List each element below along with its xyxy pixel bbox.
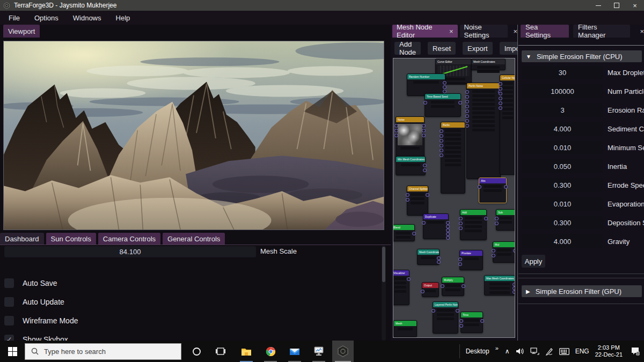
node-output-port[interactable] [443,90,447,93]
checkbox-unchecked[interactable] [4,297,14,307]
node-input-port[interactable] [459,319,463,323]
graph-node-blend[interactable]: Blend [393,224,415,241]
network-icon[interactable] [530,348,539,355]
node-input-port[interactable] [440,144,443,147]
minimum-se-input[interactable]: 0.010 [522,141,603,154]
import-button[interactable]: Import [500,42,517,55]
node-output-port[interactable] [458,101,462,105]
task-view-button[interactable] [210,341,231,362]
node-output-port[interactable] [443,85,447,89]
tab-camera-controls[interactable]: Camera Controls [98,233,160,245]
graph-node-mul[interactable]: Mul [493,241,515,263]
graph-node-cellular-noise[interactable]: Cellular Noise [500,75,515,175]
node-input-port[interactable] [394,129,398,132]
node-input-port[interactable] [440,149,443,152]
node-input-port[interactable] [458,257,462,261]
node-input-port[interactable] [465,124,469,128]
node-output-port[interactable] [513,283,515,286]
node-input-port[interactable] [440,139,443,143]
sediment-ca-input[interactable]: 4.000 [522,122,603,136]
scrollbar[interactable] [382,246,386,341]
tab-sun-controls[interactable]: Sun Controls [46,233,96,245]
menu-item-options[interactable]: Options [34,14,58,22]
taskbar-search-input[interactable]: Type here to search [25,343,181,360]
tab-sea-settings[interactable]: Sea Settings [521,25,569,38]
node-input-port[interactable] [431,309,435,313]
graph-node-time-based-seed[interactable]: Time Based Seed [425,93,461,117]
graph-node-visualizer[interactable]: Visualizer [393,270,409,305]
node-output-port[interactable] [456,309,459,313]
node-output-port[interactable] [437,256,441,260]
node-input-port[interactable] [465,109,469,113]
graph-node-min-mesh-coordinates[interactable]: Min Mesh Coordinates [396,156,426,175]
node-input-port[interactable] [459,221,463,225]
tab-viewport[interactable]: Viewport [3,25,40,38]
graph-node-duplicate[interactable]: Duplicate [423,213,449,239]
language-indicator[interactable]: ENG [575,348,589,355]
node-input-port[interactable] [440,129,443,133]
node-output-port[interactable] [513,286,515,290]
terrain-3d-viewport[interactable] [3,41,384,230]
node-output-port[interactable] [480,319,484,323]
file-explorer-button[interactable] [236,341,257,362]
close-button[interactable]: × [626,0,644,11]
errode-spee-input[interactable]: 0.300 [522,178,603,192]
node-input-port[interactable] [459,226,463,230]
tab-filters-manager[interactable]: Filters Manager [573,25,630,38]
tab-noise-settings[interactable]: Noise Settings [460,25,508,38]
node-input-port[interactable] [495,217,499,220]
graph-node-layered-perlin-noise[interactable]: Layered Perlin Noise [433,301,458,334]
node-input-port[interactable] [492,254,495,257]
graph-node-mesh[interactable]: Mesh [393,320,417,337]
graph-node-perlin-noise[interactable]: Perlin Noise [466,83,501,179]
graph-node-time[interactable]: Time [460,312,483,333]
checkbox-checked-icon[interactable]: ✓ [4,335,14,341]
node-output-port[interactable] [446,232,450,236]
node-input-port[interactable] [394,124,398,128]
evaporation-input[interactable]: 0.010 [522,197,603,211]
node-output-port[interactable] [412,232,416,235]
node-input-port[interactable] [394,134,398,137]
cortana-button[interactable] [186,341,207,362]
node-input-port[interactable] [465,119,469,123]
node-output-port[interactable] [446,236,450,240]
node-input-port[interactable] [406,198,409,202]
graph-node-channel-splitter[interactable]: Channel Splitter [407,186,428,216]
apply-button[interactable]: Apply [522,255,545,268]
tab-mesh-node-editor[interactable]: Mesh Node Editor× [392,25,458,38]
deposition-s-input[interactable]: 0.300 [522,216,603,230]
checkbox-unchecked[interactable] [4,316,14,326]
menu-item-file[interactable]: File [9,14,20,22]
node-input-port[interactable] [440,153,443,157]
graph-node-random-number[interactable]: Random Number [407,73,445,96]
graph-node-mesh-coordinates[interactable]: Mesh Coordinates [417,249,440,265]
graph-node-max-mesh-coordinates[interactable]: Max Mesh Coordinates [484,275,515,295]
graph-node-output[interactable]: Output [422,282,439,297]
node-input-port[interactable] [495,221,499,225]
tabbar-close-icon[interactable]: × [640,27,644,35]
minimize-button[interactable] [589,0,608,11]
mail-button[interactable] [284,341,305,362]
chrome-button[interactable] [260,341,281,362]
inertia-input[interactable]: 0.050 [522,159,603,173]
notifications-icon[interactable] [631,347,640,356]
mesh-scale-input[interactable]: 84.100 [4,246,256,257]
node-input-port[interactable] [440,134,443,138]
start-button[interactable] [0,341,25,362]
node-input-port[interactable] [459,324,463,328]
keyboard-icon[interactable] [559,348,569,355]
node-output-port[interactable] [407,277,411,281]
toolbar-expand-icon[interactable]: » [495,345,499,351]
node-output-port[interactable] [504,185,508,189]
node-output-port[interactable] [484,217,488,220]
node-output-port[interactable] [513,290,515,294]
reset-button[interactable]: Reset [428,42,456,55]
graph-node-add[interactable]: Add [460,209,487,240]
node-input-port[interactable] [465,90,469,94]
node-output-port[interactable] [446,221,450,225]
menu-item-widnows[interactable]: Widnows [73,14,101,22]
graph-node-sub[interactable]: Sub [496,209,515,231]
graph-node-pixelate[interactable]: Pixelate [459,250,483,270]
tab-general-controls[interactable]: General Controls [163,233,225,245]
gravity-input[interactable]: 4.000 [522,234,603,248]
